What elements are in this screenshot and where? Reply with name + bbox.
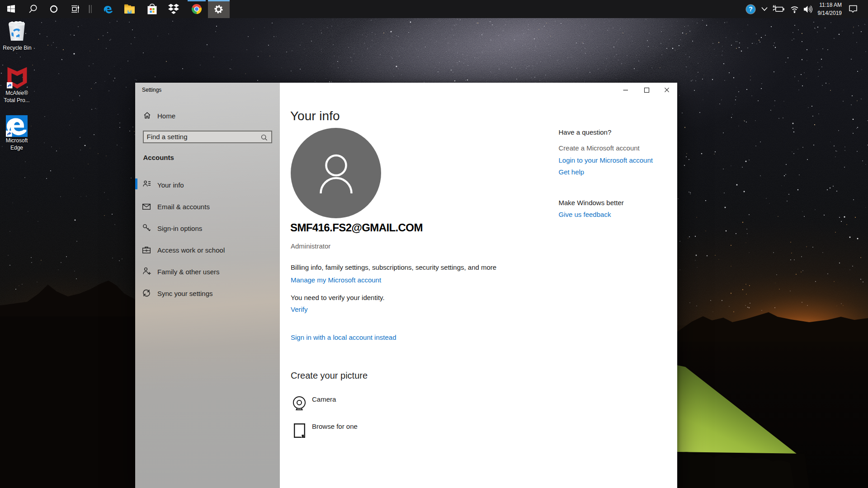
svg-text:?: ? — [749, 5, 753, 13]
